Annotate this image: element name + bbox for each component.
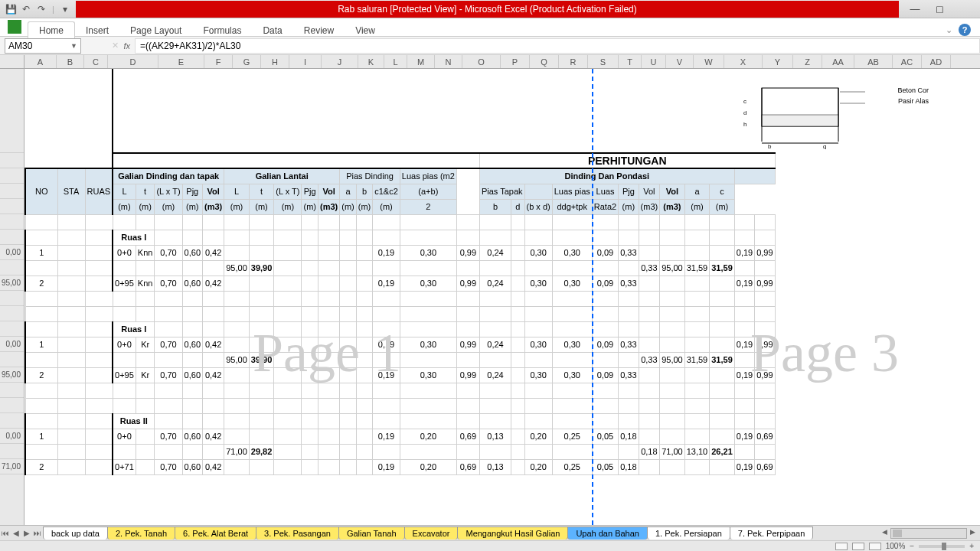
- minimize-icon[interactable]: —: [910, 4, 920, 15]
- column-header-G[interactable]: G: [233, 55, 261, 68]
- cell[interactable]: [136, 291, 155, 306]
- cell[interactable]: [318, 260, 339, 276]
- cell[interactable]: [734, 230, 754, 245]
- cell[interactable]: [734, 260, 754, 276]
- column-header-O[interactable]: O: [462, 55, 501, 68]
- cell[interactable]: 0,69: [755, 429, 775, 444]
- cell[interactable]: [57, 306, 85, 321]
- cell[interactable]: [25, 413, 57, 429]
- cell[interactable]: [755, 321, 775, 337]
- cell[interactable]: 0,05: [592, 429, 618, 444]
- ribbon-tab-formulas[interactable]: Formulas: [192, 22, 252, 39]
- sheet-tab[interactable]: 7. Pek. Perpipaan: [730, 527, 813, 540]
- cell[interactable]: [400, 398, 456, 413]
- cell[interactable]: [524, 321, 552, 337]
- sheet-tab[interactable]: Mengangkut Hasil Galian: [457, 527, 568, 540]
- cell[interactable]: 13,10: [684, 444, 710, 459]
- zoom-slider[interactable]: [919, 545, 965, 548]
- cell[interactable]: [734, 352, 754, 367]
- cell[interactable]: [155, 214, 182, 230]
- cell[interactable]: Knn: [136, 245, 155, 260]
- cell[interactable]: [224, 291, 250, 306]
- cell[interactable]: [373, 230, 400, 245]
- cell[interactable]: [511, 230, 524, 245]
- cell[interactable]: [660, 276, 685, 291]
- cell[interactable]: [136, 429, 155, 444]
- cell[interactable]: [224, 413, 250, 429]
- cell[interactable]: [274, 444, 302, 459]
- cell[interactable]: [710, 413, 735, 429]
- cell[interactable]: [639, 276, 660, 291]
- cell[interactable]: [318, 230, 339, 245]
- cell[interactable]: 0,42: [203, 429, 224, 444]
- cell[interactable]: [85, 276, 113, 291]
- cell[interactable]: [57, 276, 85, 291]
- cell[interactable]: [318, 429, 339, 444]
- ribbon-tab-view[interactable]: View: [345, 22, 386, 39]
- cell[interactable]: [511, 245, 524, 260]
- column-header-W[interactable]: W: [694, 55, 724, 68]
- cell[interactable]: [710, 383, 735, 398]
- cell[interactable]: 0,42: [203, 337, 224, 352]
- cell[interactable]: [710, 291, 735, 306]
- cell[interactable]: [136, 444, 155, 459]
- cell[interactable]: [400, 291, 456, 306]
- cell[interactable]: [619, 230, 639, 245]
- cell[interactable]: 0,05: [592, 459, 618, 474]
- cell[interactable]: [57, 337, 85, 352]
- cell[interactable]: [318, 398, 339, 413]
- sheet-tab[interactable]: Galian Tanah: [338, 527, 405, 540]
- cell[interactable]: 0,70: [155, 245, 182, 260]
- cell[interactable]: [155, 352, 182, 367]
- cell[interactable]: [710, 306, 735, 321]
- cell[interactable]: [639, 383, 660, 398]
- ribbon-tab-page-layout[interactable]: Page Layout: [119, 22, 192, 39]
- horizontal-scrollbar[interactable]: [890, 528, 967, 539]
- column-header-L[interactable]: L: [384, 55, 407, 68]
- cell[interactable]: [182, 230, 202, 245]
- cell[interactable]: [340, 291, 357, 306]
- cell[interactable]: [456, 444, 479, 459]
- cell[interactable]: [182, 260, 202, 276]
- cell[interactable]: 0,24: [479, 367, 511, 383]
- cell[interactable]: [249, 383, 274, 398]
- cell[interactable]: [340, 321, 357, 337]
- cell[interactable]: [85, 291, 113, 306]
- cell[interactable]: [274, 337, 302, 352]
- cell[interactable]: [373, 444, 400, 459]
- cell[interactable]: [274, 321, 302, 337]
- cell[interactable]: 0,18: [619, 459, 639, 474]
- cell[interactable]: [340, 383, 357, 398]
- cell[interactable]: [479, 321, 511, 337]
- cell[interactable]: [224, 321, 250, 337]
- name-box[interactable]: AM30 ▼: [5, 38, 81, 54]
- cell[interactable]: [710, 230, 735, 245]
- tab-nav-first-icon[interactable]: ⏮: [0, 529, 11, 537]
- sheet-tab[interactable]: 6. Pek. Alat Berat: [175, 527, 256, 540]
- cell[interactable]: [318, 352, 339, 367]
- cell[interactable]: [85, 260, 113, 276]
- cell[interactable]: [203, 352, 224, 367]
- cell[interactable]: 0,20: [524, 429, 552, 444]
- cell[interactable]: [373, 214, 400, 230]
- column-header-AB[interactable]: AB: [854, 55, 893, 68]
- cell[interactable]: [302, 413, 318, 429]
- cell[interactable]: [249, 459, 274, 474]
- cell[interactable]: [302, 260, 318, 276]
- zoom-out-icon[interactable]: −: [910, 542, 914, 550]
- cell[interactable]: [684, 306, 710, 321]
- cell[interactable]: 0+0: [113, 429, 136, 444]
- cell[interactable]: [274, 260, 302, 276]
- cell[interactable]: [511, 276, 524, 291]
- cell[interactable]: [524, 260, 552, 276]
- cell[interactable]: [57, 444, 85, 459]
- cell[interactable]: 0,19: [373, 429, 400, 444]
- cell[interactable]: [660, 245, 685, 260]
- cell[interactable]: [552, 260, 592, 276]
- cell[interactable]: [511, 291, 524, 306]
- cell[interactable]: 0,09: [592, 276, 618, 291]
- cell[interactable]: 0,09: [592, 337, 618, 352]
- cell[interactable]: [203, 291, 224, 306]
- column-header-R[interactable]: R: [559, 55, 588, 68]
- cell[interactable]: Ruas I: [113, 230, 155, 245]
